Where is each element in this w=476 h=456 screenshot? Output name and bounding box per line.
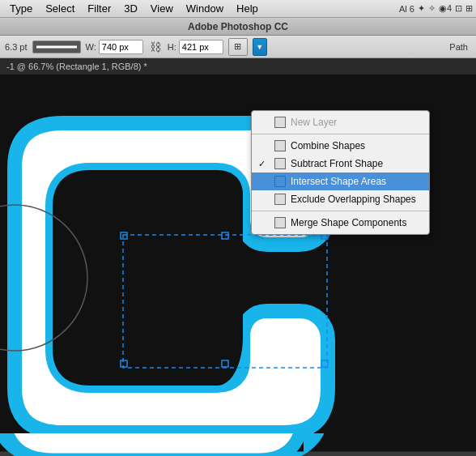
menu-3d[interactable]: 3D: [117, 1, 144, 16]
merge-shape-label: Merge Shape Components: [291, 217, 406, 228]
menu-view[interactable]: View: [144, 1, 180, 16]
dropdown-toggle-button[interactable]: ▼: [253, 38, 267, 56]
exclude-overlap-icon: [274, 194, 286, 205]
intersect-icon: [274, 176, 286, 187]
new-layer-icon: [274, 117, 286, 128]
font-size-field: 6.3 pt: [5, 42, 28, 52]
subtract-front-icon: [274, 158, 286, 169]
link-icon: ⛓: [150, 40, 161, 53]
font-size-value: 6.3 pt: [5, 42, 28, 52]
path-label: Path: [449, 42, 468, 52]
ai-indicator: Al 6: [399, 4, 414, 14]
title-bar: Adobe Photoshop CC: [0, 18, 476, 36]
menu-bar-right: Al 6 ✦ ✧ ◉4 ⊡ ⊞: [399, 3, 473, 14]
canvas-area: New Layer Combine Shapes Subtract Front …: [0, 75, 476, 456]
menu-item-new-layer[interactable]: New Layer: [252, 113, 429, 131]
combine-shapes-icon: [274, 140, 286, 151]
path-ops-button[interactable]: ⊞: [228, 38, 248, 56]
height-field[interactable]: H:: [168, 40, 223, 54]
menu-item-subtract-front[interactable]: Subtract Front Shape: [252, 155, 429, 173]
width-input[interactable]: [99, 40, 143, 54]
menu-window[interactable]: Window: [180, 1, 230, 16]
menu-filter[interactable]: Filter: [81, 1, 117, 16]
menu-select[interactable]: Select: [39, 1, 81, 16]
intersect-label: Intersect Shape Areas: [291, 176, 386, 187]
width-field[interactable]: W:: [86, 40, 143, 54]
stroke-preview: [32, 40, 81, 53]
menu-separator-1: [252, 134, 429, 134]
app-title: Adobe Photoshop CC: [188, 21, 288, 32]
icon-4: ⊡: [455, 3, 462, 14]
combine-shapes-label: Combine Shapes: [291, 140, 365, 151]
menu-item-exclude-overlap[interactable]: Exclude Overlapping Shapes: [252, 190, 429, 208]
path-operations-dropdown: New Layer Combine Shapes Subtract Front …: [251, 110, 430, 235]
main-content: New Layer Combine Shapes Subtract Front …: [0, 75, 476, 456]
width-label: W:: [86, 42, 96, 52]
exclude-overlap-label: Exclude Overlapping Shapes: [291, 194, 416, 205]
options-bar: 6.3 pt W: ⛓ H: ⊞ ▼ Path: [0, 36, 476, 58]
document-status: -1 @ 66.7% (Rectangle 1, RGB/8) *: [6, 62, 147, 71]
icon-2: ✧: [428, 3, 436, 14]
status-bar: -1 @ 66.7% (Rectangle 1, RGB/8) *: [0, 58, 476, 75]
menu-item-combine-shapes[interactable]: Combine Shapes: [252, 137, 429, 155]
icon-1: ✦: [418, 3, 425, 14]
icon-5: ⊞: [465, 3, 473, 14]
menu-type[interactable]: Type: [3, 1, 39, 16]
menu-help[interactable]: Help: [230, 1, 265, 16]
menu-separator-2: [252, 211, 429, 211]
merge-shape-icon: [274, 217, 286, 228]
new-layer-label: New Layer: [291, 117, 337, 128]
menu-item-intersect[interactable]: Intersect Shape Areas: [252, 173, 429, 190]
subtract-front-label: Subtract Front Shape: [291, 158, 383, 169]
menu-item-merge-shape[interactable]: Merge Shape Components: [252, 214, 429, 232]
height-input[interactable]: [179, 40, 223, 54]
menu-bar: Type Select Filter 3D View Window Help A…: [0, 0, 476, 18]
icon-3: ◉4: [439, 3, 452, 14]
height-label: H:: [168, 42, 176, 52]
